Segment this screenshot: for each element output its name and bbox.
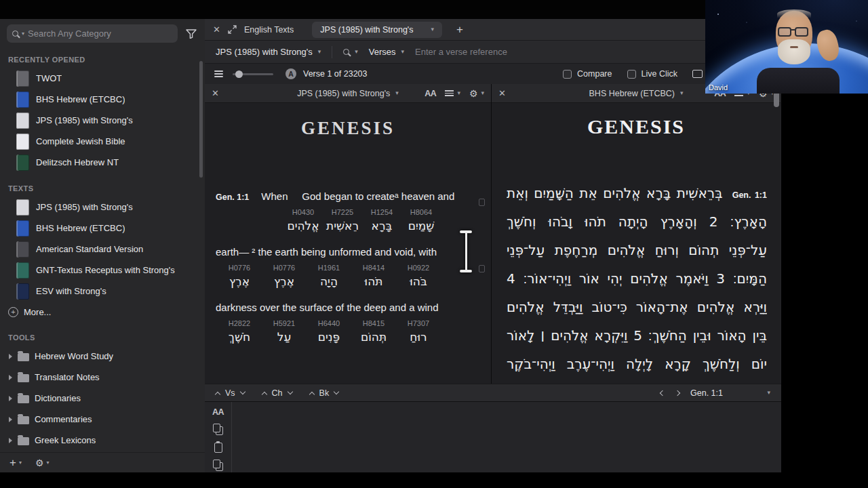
sidebar-item-commentaries[interactable]: Commentaries <box>0 409 205 430</box>
slider-knob[interactable] <box>235 70 243 78</box>
hebrew-line-6[interactable]: בֵּין הָאוֹר וּבֵין הַחֹשֶׁךְ׃ 5 וַיִּקְ… <box>507 321 767 350</box>
book-stepper[interactable]: Bk <box>310 388 339 398</box>
sidebar-item-delitzsch[interactable]: Delitzsch Hebrew NT <box>0 152 205 173</box>
step-down-icon[interactable] <box>287 389 292 394</box>
sidebar-item-bhs-text[interactable]: BHS Hebrew (ETCBC) <box>0 218 205 239</box>
hebrew-line-7[interactable]: יוֹם וְלַחֹשֶׁךְ קָרָא לָיְלָה וַיְהִי־ע… <box>507 350 767 378</box>
hebrew-lemma[interactable]: אֶרֶץ <box>274 274 294 288</box>
sidebar-add-button[interactable]: + ▾ <box>9 457 22 468</box>
search-scope-chevron-icon[interactable]: ▾ <box>22 30 24 37</box>
word-column[interactable]: H5921עַל <box>262 319 307 344</box>
close-pane-icon[interactable]: ✕ <box>498 89 506 98</box>
sidebar-settings-button[interactable]: ⚙ ▾ <box>35 458 50 468</box>
sidebar-more-button[interactable]: + More... <box>0 302 205 322</box>
font-size-button[interactable]: AA <box>425 89 436 98</box>
add-tab-button[interactable]: + <box>456 24 463 35</box>
word-column[interactable]: H8415תְּהוֹם <box>351 319 396 344</box>
sidebar-item-translator-notes[interactable]: Translator Notes <box>0 367 205 388</box>
lower-pane[interactable]: AA <box>205 401 781 472</box>
english-line[interactable]: earth— ² the earth being unformed and vo… <box>216 246 480 258</box>
hebrew-lemma[interactable]: תֹּהוּ <box>365 274 383 288</box>
disclosure-triangle-icon[interactable] <box>9 354 12 359</box>
step-down-icon[interactable] <box>334 389 339 394</box>
word-column[interactable]: H8414תֹּהוּ <box>351 264 396 288</box>
word-column[interactable]: H2822חֹשֶׁךְ <box>217 319 262 344</box>
pane-settings-gear-icon[interactable]: ⚙ <box>469 89 478 98</box>
verse-stepper[interactable]: Vs <box>216 388 245 398</box>
hebrew-line-5[interactable]: וַיַּרְא אֱלֹהִים אֶת־הָאוֹר כִּי־טוֹב ו… <box>507 293 767 321</box>
line-spacing-icon[interactable] <box>445 90 454 96</box>
sidebar-item-gnt[interactable]: GNT-Textus Receptus with Strong's <box>0 260 205 281</box>
duplicate-icon[interactable] <box>213 460 223 471</box>
hebrew-lemma[interactable]: חֹשֶׁךְ <box>229 330 250 344</box>
hebrew-line-3[interactable]: עַל־פְּנֵי תְהוֹם וְרוּחַ אֱלֹהִים מְרַח… <box>507 236 767 264</box>
word-column[interactable]: H0922בֹּהוּ <box>396 264 441 288</box>
text-size-slider[interactable] <box>233 73 273 75</box>
footnote-marker-icon[interactable] <box>479 199 485 206</box>
hebrew-lemma[interactable]: רֵאשִׁית <box>326 219 359 232</box>
filter-icon[interactable] <box>186 29 197 39</box>
text-selector-dropdown[interactable]: JPS (1985) with Strong's ▾ <box>216 47 321 57</box>
step-up-icon[interactable] <box>215 391 220 396</box>
sidebar-item-jps[interactable]: JPS (1985) with Strong's <box>0 110 205 131</box>
english-line[interactable]: darkness over the surface of the deep an… <box>216 302 480 313</box>
sidebar-item-jps-text[interactable]: JPS (1985) with Strong's <box>0 197 205 218</box>
verse-reference-input[interactable] <box>415 47 646 57</box>
tab-jps-1985[interactable]: JPS (1985) with Strong's ▾ <box>312 22 442 38</box>
word-column[interactable]: H7225רֵאשִׁית <box>323 208 362 232</box>
clipboard-icon[interactable] <box>214 443 222 453</box>
word-column[interactable]: H0776אֶרֶץ <box>217 264 262 288</box>
pane-content-bhs[interactable]: GENESIS Gen. 1:1בְּרֵאשִׁית בָּרָא אֱלֹה… <box>492 103 781 384</box>
close-pane-icon[interactable]: ✕ <box>212 89 219 98</box>
disclosure-triangle-icon[interactable] <box>9 438 12 443</box>
sidebar-scrollbar[interactable] <box>199 61 203 178</box>
chevron-down-icon[interactable]: ▾ <box>431 26 435 33</box>
sidebar-item-dictionaries[interactable]: Dictionaries <box>0 388 205 409</box>
sidebar-item-hebrew-word-study[interactable]: Hebrew Word Study <box>0 346 205 367</box>
strongs-number[interactable]: H8064 <box>410 208 432 216</box>
sidebar-item-twot[interactable]: TWOT <box>0 68 205 89</box>
sidebar-item-greek-lexicons[interactable]: Greek Lexicons <box>0 430 205 451</box>
word-column[interactable]: H7307רוּחַ <box>396 319 441 344</box>
hebrew-lemma[interactable]: עַל <box>277 330 291 344</box>
live-click-toggle[interactable]: Live Click <box>627 69 678 79</box>
strongs-number[interactable]: H8415 <box>363 319 384 327</box>
chapter-stepper[interactable]: Ch <box>262 388 292 398</box>
next-reference-icon[interactable] <box>675 390 680 395</box>
disclosure-triangle-icon[interactable] <box>9 396 12 401</box>
scope-dropdown[interactable]: Verses ▾ <box>369 47 404 57</box>
strongs-number[interactable]: H7307 <box>408 319 429 327</box>
strongs-number[interactable]: H1961 <box>318 264 340 272</box>
strongs-number[interactable]: H8414 <box>363 264 384 272</box>
compare-checkbox[interactable] <box>563 70 572 79</box>
instant-details-icon[interactable] <box>692 70 703 78</box>
strongs-number[interactable]: H2822 <box>229 319 250 327</box>
strongs-number[interactable]: H0922 <box>408 264 429 272</box>
category-search-box[interactable]: ▾ <box>7 24 178 43</box>
word-column[interactable]: H0776אֶרֶץ <box>262 264 307 288</box>
pane-title-dropdown-jps[interactable]: JPS (1985) with Strong's ▾ <box>297 89 399 98</box>
strongs-number[interactable]: H0776 <box>229 264 250 272</box>
sidebar-item-complete-jewish-bible[interactable]: Complete Jewish Bible <box>0 131 205 152</box>
chevron-down-icon[interactable]: ▾ <box>457 90 460 96</box>
close-workspace-icon[interactable]: ✕ <box>213 25 220 34</box>
current-reference-dropdown[interactable]: Gen. 1:1 ▾ <box>690 388 770 398</box>
verse-reference-label[interactable]: Gen. 1:1 <box>732 190 767 200</box>
search-mode-button[interactable]: ▾ <box>343 49 358 55</box>
strongs-number[interactable]: H0430 <box>292 208 314 216</box>
hebrew-lemma[interactable]: אֱלֹהִים <box>287 219 319 232</box>
hebrew-lemma[interactable]: פָּנִים <box>318 330 340 344</box>
hebrew-lemma[interactable]: אֶרֶץ <box>229 274 250 288</box>
word-column[interactable]: H8064שָׁמַיִם <box>401 208 441 232</box>
step-up-icon[interactable] <box>309 391 314 396</box>
hebrew-lemma[interactable]: תְּהוֹם <box>361 330 387 344</box>
hebrew-lemma[interactable]: בֹּהוּ <box>410 274 427 288</box>
word-column[interactable]: H1254בָּרָא <box>362 208 401 232</box>
hebrew-lemma[interactable]: הָיָה <box>320 274 338 288</box>
hebrew-lemma[interactable]: בָּרָא <box>372 219 393 232</box>
hebrew-lemma[interactable]: שָׁמַיִם <box>408 219 435 232</box>
verse-reference-label[interactable]: Gen. 1:1 <box>216 192 249 202</box>
strongs-number[interactable]: H6440 <box>318 319 340 327</box>
strongs-number[interactable]: H7225 <box>332 208 353 216</box>
sidebar-item-esv[interactable]: ESV with Strong's <box>0 281 205 302</box>
